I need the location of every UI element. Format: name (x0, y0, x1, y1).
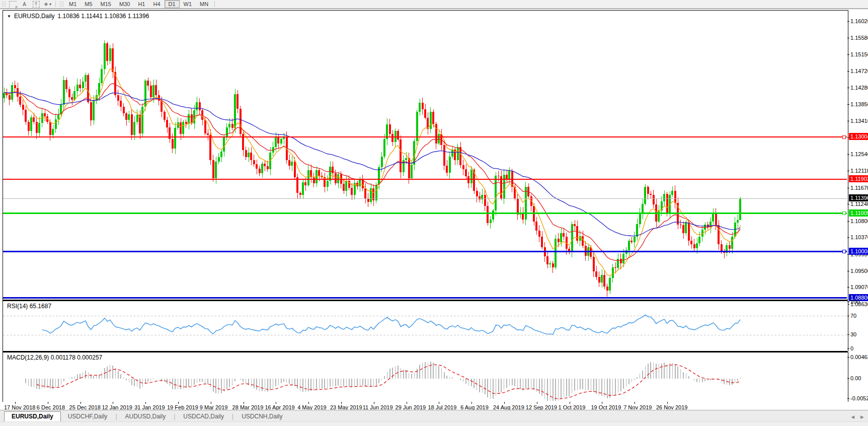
date-tick-mark (341, 402, 342, 404)
timeframe-m30-button[interactable]: M30 (115, 0, 134, 8)
tab-separator: | (231, 413, 234, 421)
tab-separator: | (173, 413, 176, 421)
rsi-tick-label: 100 (850, 299, 859, 305)
text-tool-icon[interactable]: A (20, 1, 29, 8)
price-tick-label: 1.11670 (850, 185, 868, 191)
rsi-tick-label: 70 (850, 313, 856, 319)
drawing-tools-group: FAT❖▾ (7, 1, 53, 8)
date-tick-mark (178, 402, 179, 404)
date-tick-mark (667, 402, 668, 404)
line-drag-handle[interactable] (842, 250, 845, 253)
toolbar-grip[interactable] (2, 1, 6, 7)
rsi-tick-label: 0 (850, 345, 853, 351)
line-drag-handle[interactable] (842, 212, 845, 215)
price-tick-label: 1.14280 (850, 85, 868, 91)
timeframe-d1-button[interactable]: D1 (165, 0, 180, 8)
date-tick-mark (635, 402, 635, 404)
price-tick-label: 1.11240 (850, 201, 868, 207)
arrows-dropdown-caret: ▾ (49, 2, 51, 7)
text-label-tool-icon[interactable]: T (32, 1, 40, 8)
rsi-panel[interactable]: RSI(14) 65.1687 (3, 301, 848, 351)
tab-scroll-right-icon[interactable]: ▶ (860, 414, 864, 419)
status-strip (0, 421, 868, 426)
price-tick-mark (847, 204, 849, 204)
date-tick-mark (145, 402, 146, 404)
line-drag-handle[interactable] (842, 135, 845, 138)
date-tick-mark (471, 402, 472, 404)
tab-usdchf[interactable]: USDCHF,Daily (61, 412, 115, 421)
timeframe-m5-button[interactable]: M5 (81, 0, 96, 8)
price-axis: 1.160201.155801.151501.147201.142801.138… (847, 10, 868, 300)
date-tick-mark (407, 402, 407, 404)
toolbar-separator (55, 1, 56, 7)
macd-label: MACD(12,26,9) 0.001178 0.000257 (7, 354, 102, 361)
tab-usdcad[interactable]: USDCAD,Daily (176, 412, 231, 421)
price-tick-mark (847, 21, 849, 22)
date-tick-mark (276, 402, 276, 404)
price-tag: 1.11396 (849, 194, 868, 201)
macd-tick-label: -0.00529 (850, 395, 868, 401)
price-tick-mark (847, 88, 849, 88)
price-tick-mark (847, 271, 849, 271)
chart-window: ▼ EURUSD,Daily 1.10836 1.11441 1.10836 1… (0, 9, 868, 410)
price-tick-label: 1.15580 (850, 35, 868, 41)
rsi-tick-label: 30 (850, 331, 856, 337)
collapse-ohlc-icon[interactable]: ▼ (7, 14, 11, 19)
price-tick-label: 1.10370 (850, 234, 868, 240)
symbol-label: EURUSD,Daily (14, 13, 55, 20)
fibo-grid-tool-icon[interactable]: F (9, 1, 17, 8)
tab-eurusd[interactable]: EURUSD,Daily (4, 411, 61, 421)
price-tick-mark (847, 287, 849, 288)
price-tag: 1.10008 (849, 248, 868, 255)
price-tick-mark (847, 237, 849, 238)
price-tag: 1.11903 (849, 175, 868, 182)
price-tick-label: 1.12540 (850, 151, 868, 157)
mt4-terminal: FAT❖▾ M1M5M15M30H1H4D1W1MN ▼ EURUSD,Dail… (0, 0, 868, 426)
macd-axis: 0.004630.00-0.00529 (847, 352, 868, 401)
main-chart-canvas[interactable] (3, 11, 847, 299)
toolbar-separator (214, 1, 215, 7)
timeframe-h4-button[interactable]: H4 (149, 0, 164, 8)
date-tick-mark (374, 402, 374, 404)
tab-scroll-left-icon[interactable]: ◀ (851, 414, 854, 419)
macd-panel[interactable]: MACD(12,26,9) 0.001178 0.000257 (3, 352, 848, 402)
arrows-tool-icon[interactable]: ❖▾ (43, 1, 52, 8)
tab-usdcnh[interactable]: USDCNH,Daily (234, 412, 289, 421)
toolbar: FAT❖▾ M1M5M15M30H1H4D1W1MN (0, 0, 868, 9)
price-tick-mark (847, 71, 849, 72)
date-tick-mark (15, 402, 16, 404)
date-tick-mark (244, 402, 244, 404)
price-tag: 1.11009 (849, 209, 868, 217)
timeframe-h1-button[interactable]: H1 (134, 0, 149, 8)
toolbar-grip[interactable] (59, 1, 63, 7)
price-tick-mark (847, 221, 849, 222)
price-tick-label: 1.14720 (850, 68, 868, 74)
rsi-label: RSI(14) 65.1687 (7, 303, 51, 310)
tab-audusd[interactable]: AUDUSD,Daily (118, 412, 173, 421)
chart-title: ▼ EURUSD,Daily 1.10836 1.11441 1.10836 1… (7, 13, 149, 20)
price-tick-label: 1.12110 (850, 168, 868, 174)
rsi-canvas[interactable] (3, 301, 847, 350)
timeframe-w1-button[interactable]: W1 (180, 0, 196, 8)
date-tick-mark (570, 402, 570, 404)
price-tick-label: 1.10800 (850, 218, 868, 224)
price-tick-label: 1.13850 (850, 101, 868, 107)
price-tick-mark (847, 54, 849, 55)
timeframe-mn-button[interactable]: MN (196, 0, 212, 8)
date-tick-mark (211, 402, 211, 404)
date-tick-mark (602, 402, 602, 404)
price-tick-mark (847, 171, 849, 171)
macd-tick-label: 0.00 (850, 375, 861, 381)
price-tick-mark (847, 121, 849, 121)
price-chart-panel[interactable]: ▼ EURUSD,Daily 1.10836 1.11441 1.10836 1… (3, 10, 848, 300)
chart-tab-bar: EURUSD,DailyUSDCHF,Daily|AUDUSD,Daily|US… (0, 410, 868, 421)
timeframe-m1-button[interactable]: M1 (65, 0, 81, 8)
date-tick-mark (439, 402, 439, 404)
date-tick-mark (504, 402, 505, 404)
price-tick-label: 1.16020 (850, 18, 868, 24)
macd-canvas[interactable] (3, 352, 847, 401)
price-tick-mark (847, 104, 849, 105)
timeframe-m15-button[interactable]: M15 (97, 0, 115, 8)
price-tick-mark (847, 188, 849, 188)
price-tick-label: 1.09500 (850, 268, 868, 274)
